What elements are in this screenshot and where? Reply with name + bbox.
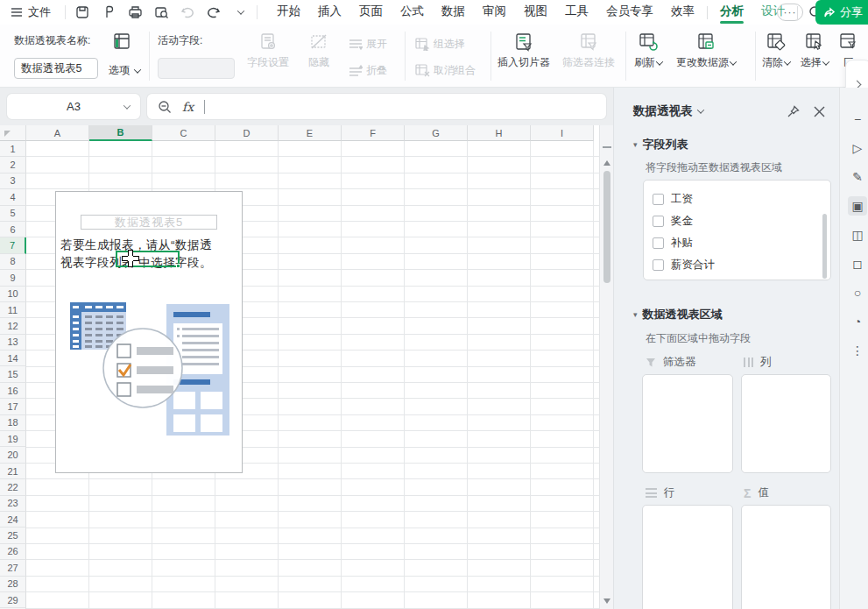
column-header-B[interactable]: B	[89, 125, 152, 141]
column-header-C[interactable]: C	[152, 125, 215, 141]
field-item-工资[interactable]: 工资	[653, 188, 822, 210]
row-header-1[interactable]: 1	[0, 141, 26, 157]
sidebar-mini-icon[interactable]: ⋮	[848, 341, 867, 360]
tab-视图[interactable]: 视图	[515, 0, 556, 25]
row-header-12[interactable]: 12	[0, 318, 26, 334]
row-header-24[interactable]: 24	[0, 512, 26, 528]
scroll-down-arrow[interactable]	[603, 598, 610, 604]
tab-效率[interactable]: 效率	[662, 0, 703, 25]
column-header-I[interactable]: I	[531, 125, 594, 141]
row-header-17[interactable]: 17	[0, 399, 26, 414]
row-header-28[interactable]: 28	[0, 577, 26, 592]
row-header-9[interactable]: 9	[0, 270, 26, 286]
active-field-input[interactable]	[158, 58, 235, 79]
row-header-3[interactable]: 3	[0, 173, 26, 189]
fill-handle[interactable]	[176, 264, 180, 268]
row-header-19[interactable]: 19	[0, 431, 26, 447]
row-header-10[interactable]: 10	[0, 287, 26, 302]
row-header-26[interactable]: 26	[0, 544, 26, 560]
tab-开始[interactable]: 开始	[268, 0, 309, 25]
row-header-13[interactable]: 13	[0, 335, 26, 351]
chevron-down-icon[interactable]	[696, 106, 703, 113]
print-preview-icon[interactable]	[150, 2, 173, 23]
checkbox-icon[interactable]	[653, 194, 664, 205]
row-header-20[interactable]: 20	[0, 447, 26, 463]
select-all-corner[interactable]	[0, 125, 26, 141]
pivot-placeholder[interactable]: 数据透视表5 若要生成报表，请从“数据透 视表字段列表”中选择字段。	[55, 191, 243, 473]
field-item-补贴[interactable]: 补贴	[653, 232, 822, 254]
row-header-6[interactable]: 6	[0, 222, 26, 237]
sidebar-mini-icon[interactable]: ✎	[848, 167, 867, 187]
field-settings-button[interactable]: 字段设置	[247, 32, 289, 70]
cell-name-box[interactable]: A3	[7, 94, 140, 119]
sidebar-mini-icon[interactable]: ▣	[848, 196, 867, 216]
scroll-up-arrow[interactable]	[603, 160, 610, 166]
row-header-23[interactable]: 23	[0, 496, 26, 512]
field-item-奖金[interactable]: 奖金	[653, 210, 822, 232]
hide-button[interactable]: 隐藏	[308, 32, 329, 70]
column-header-G[interactable]: G	[405, 125, 468, 141]
tab-会员专享[interactable]: 会员专享	[597, 0, 662, 25]
column-header-H[interactable]: H	[468, 125, 531, 141]
checkbox-icon[interactable]	[653, 237, 664, 249]
share-button[interactable]: 分享	[815, 0, 868, 25]
field-item-薪资合计[interactable]: 薪资合计	[653, 254, 822, 276]
row-header-22[interactable]: 22	[0, 479, 26, 495]
row-header-8[interactable]: 8	[0, 254, 26, 270]
row-header-16[interactable]: 16	[0, 383, 26, 399]
scrollbar-thumb[interactable]	[603, 171, 610, 283]
column-header-F[interactable]: F	[342, 125, 405, 141]
column-header-A[interactable]: A	[26, 125, 89, 141]
tab-数据[interactable]: 数据	[433, 0, 474, 25]
vertical-scrollbar[interactable]	[599, 125, 613, 609]
row-header-21[interactable]: 21	[0, 464, 26, 479]
formula-input-bar[interactable]: fx	[147, 94, 606, 119]
values-drop-zone[interactable]	[741, 505, 831, 609]
window-more-icon[interactable]: ···	[777, 4, 803, 21]
row-header-14[interactable]: 14	[0, 351, 26, 366]
sidebar-mini-icon[interactable]: ◫	[848, 225, 867, 244]
sidebar-mini-icon[interactable]: ▷	[848, 138, 867, 158]
row-header-5[interactable]: 5	[0, 206, 26, 222]
filter-connect-button[interactable]: 筛选器连接	[562, 32, 615, 70]
sidebar-mini-icon[interactable]: ◻	[848, 254, 867, 273]
field-list-scrollbar[interactable]	[822, 214, 827, 279]
filters-drop-zone[interactable]	[642, 374, 733, 473]
tab-公式[interactable]: 公式	[392, 0, 433, 25]
row-header-7[interactable]: 7	[0, 237, 26, 253]
group-select-button[interactable]: 组选择	[415, 37, 465, 52]
close-icon[interactable]	[814, 106, 825, 117]
row-header-18[interactable]: 18	[0, 415, 26, 431]
change-data-source-button[interactable]: 更改数据源	[676, 32, 736, 70]
row-header-29[interactable]: 29	[0, 592, 26, 608]
columns-drop-zone[interactable]	[741, 374, 831, 473]
row-header-4[interactable]: 4	[0, 189, 26, 205]
row-header-25[interactable]: 25	[0, 528, 26, 543]
select-button[interactable]: 选择	[801, 32, 829, 70]
tab-插入[interactable]: 插入	[309, 0, 350, 25]
row-header-2[interactable]: 2	[0, 157, 26, 173]
pivot-name-input[interactable]: 数据透视表5	[14, 58, 98, 79]
column-header-D[interactable]: D	[215, 125, 279, 141]
checkbox-icon[interactable]	[653, 216, 664, 227]
tab-分析[interactable]: 分析	[711, 0, 752, 25]
sidebar-mini-icon[interactable]: ○	[848, 283, 867, 302]
pin-icon[interactable]	[787, 105, 800, 118]
save-icon[interactable]	[71, 2, 94, 23]
cells-area[interactable]: 数据透视表5 若要生成报表，请从“数据透 视表字段列表”中选择字段。	[26, 141, 599, 609]
insert-slicer-button[interactable]: 插入切片器	[498, 32, 550, 70]
collapse-button[interactable]: 折叠	[349, 63, 387, 78]
row-header-15[interactable]: 15	[0, 366, 26, 382]
tab-工具[interactable]: 工具	[556, 0, 597, 25]
sidebar-mini-icon[interactable]: −	[848, 110, 867, 129]
options-button[interactable]: 选项	[109, 63, 140, 78]
split-handle-icon[interactable]	[603, 146, 611, 148]
sidebar-mini-icon[interactable]: ◔	[848, 312, 867, 331]
expand-button[interactable]: 展开	[349, 37, 387, 52]
areas-section-header[interactable]: ▾ 数据透视表区域	[633, 307, 723, 322]
tab-页面[interactable]: 页面	[350, 0, 392, 25]
checkbox-icon[interactable]	[653, 259, 664, 271]
export-pdf-icon[interactable]	[97, 2, 120, 23]
row-header-27[interactable]: 27	[0, 560, 26, 576]
tab-审阅[interactable]: 审阅	[474, 0, 515, 25]
